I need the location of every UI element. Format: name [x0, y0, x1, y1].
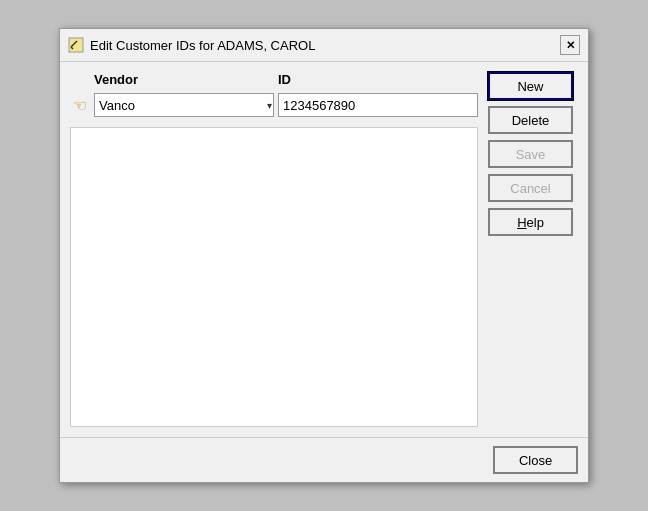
title-bar-left: Edit Customer IDs for ADAMS, CAROL	[68, 37, 315, 53]
button-spacer	[488, 242, 578, 427]
close-icon[interactable]: ✕	[560, 35, 580, 55]
dialog-title: Edit Customer IDs for ADAMS, CAROL	[90, 38, 315, 53]
button-panel: New Delete Save Cancel Help	[488, 72, 578, 427]
close-button[interactable]: Close	[493, 446, 578, 474]
dialog-icon	[68, 37, 84, 53]
main-panel: Vendor ID ☞ Vanco ▾	[70, 72, 478, 427]
content-area	[70, 127, 478, 427]
edit-customer-ids-dialog: Edit Customer IDs for ADAMS, CAROL ✕ Ven…	[59, 28, 589, 483]
id-column-header: ID	[278, 72, 478, 87]
help-button[interactable]: Help	[488, 208, 573, 236]
save-button[interactable]: Save	[488, 140, 573, 168]
vendor-select[interactable]: Vanco	[94, 93, 274, 117]
id-input[interactable]	[278, 93, 478, 117]
vendor-column-header: Vendor	[94, 72, 274, 87]
dialog-body: Vendor ID ☞ Vanco ▾ New Delete Save	[60, 62, 588, 437]
cancel-button[interactable]: Cancel	[488, 174, 573, 202]
data-row: ☞ Vanco ▾	[70, 93, 478, 117]
vendor-select-wrapper: Vanco ▾	[94, 93, 274, 117]
new-button[interactable]: New	[488, 72, 573, 100]
title-bar: Edit Customer IDs for ADAMS, CAROL ✕	[60, 29, 588, 62]
svg-rect-0	[69, 38, 83, 52]
delete-button[interactable]: Delete	[488, 106, 573, 134]
dialog-footer: Close	[60, 437, 588, 482]
column-headers: Vendor ID	[70, 72, 478, 87]
row-pointer-icon: ☞	[70, 95, 90, 115]
